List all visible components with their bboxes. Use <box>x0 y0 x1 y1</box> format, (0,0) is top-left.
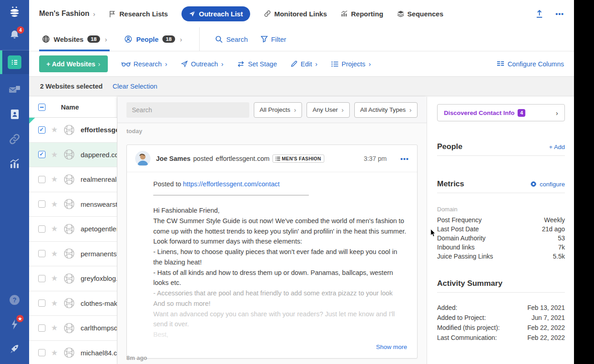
link-icon <box>9 133 20 145</box>
row-checkbox[interactable] <box>38 324 45 332</box>
star-icon[interactable]: ★ <box>51 150 58 160</box>
star-icon[interactable]: ★ <box>51 125 58 135</box>
star-icon[interactable]: ★ <box>51 299 58 308</box>
sidebar-item-reports[interactable] <box>9 155 20 172</box>
website-name: michael84.co.uk <box>81 349 117 357</box>
notification-count-badge: 4 <box>17 26 24 34</box>
row-checkbox[interactable] <box>38 349 45 356</box>
table-row[interactable]: ★ carlthompson.co <box>29 316 117 341</box>
more-options-button[interactable]: ••• <box>555 10 564 18</box>
card-more-button[interactable]: ••• <box>400 155 409 163</box>
sidebar-item-help[interactable]: ? <box>9 291 20 309</box>
email-line: - Accessories that are pool and heat fri… <box>153 288 407 299</box>
posted-to-link[interactable]: https://effortlessgent.com/contact <box>183 180 280 188</box>
sidebar-item-links[interactable] <box>9 130 20 148</box>
summary-label: Added to Project: <box>437 313 486 323</box>
metrics-title: Metrics <box>437 180 464 189</box>
activity-target[interactable]: effortlessgent.com <box>216 155 269 162</box>
row-checkbox[interactable] <box>38 126 45 134</box>
selection-count: 2 Websites selected <box>40 83 103 90</box>
activity-type-filter-dropdown[interactable]: All Activity Types› <box>354 102 418 118</box>
tab-websites[interactable]: Websites 18 › <box>39 27 110 51</box>
select-all-checkbox[interactable] <box>38 104 45 111</box>
export-upload-icon[interactable] <box>535 10 544 18</box>
star-icon[interactable]: ★ <box>51 274 58 283</box>
nav-monitored-links[interactable]: Monitored Links <box>264 10 327 18</box>
activity-summary-list: Added: Feb 13, 2021 Added to Project: Ju… <box>437 303 565 343</box>
chevron-right-icon: › <box>368 60 371 68</box>
paper-plane-icon <box>181 60 188 67</box>
avatar <box>135 151 151 166</box>
websites-table: Name ★ effortlessgent.com <box>29 97 117 364</box>
row-checkbox[interactable] <box>38 299 45 307</box>
table-row[interactable]: ★ dappered.com <box>29 143 117 168</box>
project-tag[interactable]: MEN'S FASHION <box>272 155 324 163</box>
row-checkbox[interactable] <box>38 176 45 183</box>
row-checkbox[interactable] <box>38 200 45 208</box>
metric-label: Domain Authority <box>437 234 486 243</box>
clear-selection-link[interactable]: Clear Selection <box>113 83 157 90</box>
star-icon[interactable]: ★ <box>51 348 58 358</box>
star-icon[interactable]: ★ <box>51 199 58 209</box>
name-column-header[interactable]: Name <box>61 104 79 111</box>
chevron-right-icon: › <box>93 10 95 18</box>
website-favicon-globe-icon <box>63 347 75 359</box>
metric-row: Juice Passing Links 5.5k <box>437 252 565 261</box>
buzzstream-logo-icon[interactable] <box>8 5 21 19</box>
table-row[interactable]: ★ permanentstyle.com <box>29 242 117 267</box>
sidebar-item-lists-active[interactable] <box>0 50 29 74</box>
tab-people[interactable]: People 18 › <box>121 27 185 51</box>
search-button[interactable]: Search <box>215 27 248 51</box>
website-favicon-globe-icon <box>63 174 75 185</box>
feed-search-input[interactable] <box>126 102 249 118</box>
set-stage-button[interactable]: Set Stage <box>237 60 277 68</box>
outreach-menu[interactable]: Outreach› <box>181 60 224 68</box>
summary-value: Feb 13, 2021 <box>527 303 565 313</box>
sidebar-item-whats-new[interactable]: ★ <box>10 316 20 333</box>
activity-author[interactable]: Joe Sames <box>156 155 191 162</box>
star-icon[interactable]: ★ <box>51 249 58 259</box>
nav-reporting[interactable]: Reporting <box>341 10 383 18</box>
configure-metrics-button[interactable]: configure <box>530 181 565 188</box>
add-person-button[interactable]: + Add <box>549 144 565 150</box>
discovered-contact-info-button[interactable]: Discovered Contact Info 4 › <box>437 104 565 121</box>
glasses-icon <box>121 61 131 67</box>
sidebar-item-outreach[interactable] <box>8 81 21 99</box>
table-row[interactable]: ★ greyfoxblog.co.uk <box>29 266 117 291</box>
star-icon[interactable]: ★ <box>51 323 58 333</box>
projects-menu[interactable]: Projects› <box>331 60 371 68</box>
chevron-right-icon: › <box>409 106 412 114</box>
nav-research-lists[interactable]: Research Lists <box>109 10 168 18</box>
star-icon[interactable]: ★ <box>51 175 58 184</box>
table-row[interactable]: ★ realmenrealstyle.com <box>29 167 117 192</box>
table-row[interactable]: ★ menswearstyle.com <box>29 192 117 217</box>
notifications-bell-icon[interactable]: 4 <box>9 29 20 41</box>
nav-outreach-list-active[interactable]: Outreach List <box>181 6 250 21</box>
table-row[interactable]: ★ michael84.co.uk <box>29 341 117 364</box>
user-filter-dropdown[interactable]: Any User› <box>307 102 350 118</box>
day-group-label: today <box>126 128 418 135</box>
nav-sequences[interactable]: Sequences <box>397 10 443 18</box>
row-checkbox[interactable] <box>38 225 45 233</box>
row-checkbox[interactable] <box>38 250 45 257</box>
add-websites-button[interactable]: + Add Websites › <box>39 55 108 72</box>
star-icon[interactable]: ★ <box>51 224 58 234</box>
edit-menu[interactable]: Edit› <box>291 60 317 68</box>
row-checkbox[interactable] <box>38 151 45 158</box>
projects-filter-dropdown[interactable]: All Projects› <box>254 102 302 118</box>
breadcrumb[interactable]: Men's Fashion › <box>39 10 95 18</box>
research-menu[interactable]: Research› <box>121 60 167 68</box>
tabs-row: Websites 18 › People 18 › Search Filter <box>29 27 574 51</box>
sidebar-item-contacts[interactable] <box>9 106 20 123</box>
sidebar-item-getting-started[interactable] <box>9 340 20 358</box>
row-checkbox[interactable] <box>38 275 45 282</box>
filter-button[interactable]: Filter <box>261 27 286 51</box>
activity-action: posted <box>193 155 213 162</box>
table-row[interactable]: ★ effortlessgent.com <box>29 118 117 143</box>
list-bullets-icon <box>331 61 338 67</box>
show-more-link[interactable]: Show more <box>376 344 407 350</box>
table-row[interactable]: ★ apetogentleman.com <box>29 217 117 242</box>
table-row[interactable]: ★ clothes-maketh-the-man.com <box>29 291 117 316</box>
flag-icon <box>109 10 116 18</box>
configure-columns-button[interactable]: Configure Columns <box>497 60 564 68</box>
